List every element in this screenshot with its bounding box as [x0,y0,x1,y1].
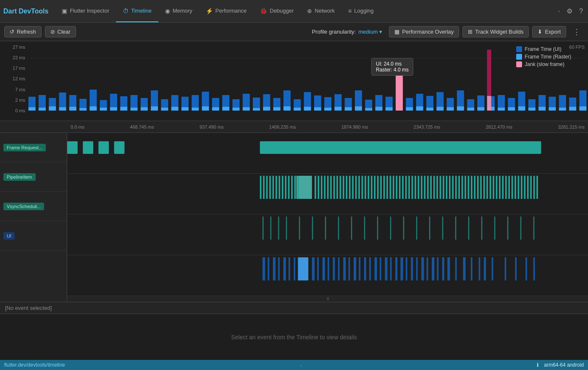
more-dots-button[interactable]: · [556,6,562,17]
svg-rect-35 [202,106,209,111]
profile-granularity-value: medium [358,29,378,35]
svg-rect-190 [496,176,498,199]
ruler-mark-0: 0.0 ms [71,124,84,130]
performance-overlay-label: Performance Overlay [402,29,454,35]
legend-jank-color [516,61,522,67]
svg-rect-246 [369,257,371,280]
track-label-ui-text: UI [3,232,15,240]
device-label: arm64-64 android [544,362,584,368]
svg-rect-145 [355,176,357,199]
svg-rect-269 [515,257,517,280]
svg-rect-103 [549,97,556,107]
svg-rect-213 [364,217,365,240]
svg-rect-222 [481,217,482,240]
export-button[interactable]: ⬇ Export [532,26,566,37]
svg-rect-169 [430,176,432,199]
track-row-pipeline-item[interactable] [67,174,588,214]
svg-rect-110 [487,50,491,96]
svg-rect-123 [273,176,274,199]
svg-rect-165 [418,176,420,199]
svg-rect-64 [345,98,352,107]
tab-debugger[interactable]: 🐞 Debugger [253,0,300,22]
svg-rect-234 [298,257,308,280]
tab-logging[interactable]: ≡ Logging [341,0,380,22]
bottom-link[interactable]: flutter.dev/devtools/timeline [4,362,65,368]
svg-rect-185 [480,176,482,199]
performance-overlay-button[interactable]: ▦ Performance Overlay [389,26,459,37]
profile-granularity-dropdown[interactable]: medium ▾ [358,29,382,35]
track-row-frame-request[interactable] [67,133,588,174]
svg-rect-74 [406,107,413,111]
svg-rect-244 [359,257,360,280]
track-row-ui[interactable] [67,255,588,296]
help-button[interactable]: ? [578,6,585,17]
svg-rect-111 [487,96,491,111]
chart-area: 27 ms 22 ms 17 ms 12 ms 7 ms 2 ms 0 ms 6… [0,41,588,121]
svg-rect-206 [278,217,279,240]
svg-rect-102 [549,107,556,111]
svg-rect-239 [333,257,335,280]
svg-rect-253 [406,257,407,280]
svg-rect-38 [212,98,219,107]
track-label-pipeline-item: PipelineItem [0,162,67,192]
svg-rect-75 [406,98,413,107]
svg-rect-228 [268,257,269,280]
track-content[interactable]: ⠿ [67,133,588,302]
svg-rect-205 [270,217,271,240]
svg-rect-147 [362,176,363,199]
svg-rect-69 [375,107,383,111]
svg-rect-126 [282,176,284,199]
svg-rect-191 [499,176,501,199]
svg-rect-197 [518,176,520,199]
tab-timeline-label: Timeline [131,8,152,14]
svg-rect-79 [426,96,433,108]
svg-rect-139 [336,176,338,199]
svg-rect-135 [324,176,326,199]
svg-rect-167 [424,176,425,199]
more-options-button[interactable]: ⋮ [570,26,584,38]
svg-rect-83 [447,98,454,107]
svg-rect-99 [528,99,536,108]
svg-rect-176 [452,176,454,199]
refresh-button[interactable]: ↺ Refresh [4,26,42,37]
settings-button[interactable]: ⚙ [565,5,574,17]
tab-timeline[interactable]: ⏱ Timeline [116,0,158,22]
legend-ui-color [516,46,522,52]
ruler-mark-4: 1874.980 ms [341,124,368,130]
tab-memory[interactable]: ◉ Memory [158,0,199,22]
chevron-down-icon: ▾ [379,29,382,35]
svg-rect-266 [484,257,486,280]
track-row-vsync[interactable] [67,214,588,255]
svg-rect-209 [312,217,313,240]
svg-rect-65 [355,106,362,111]
legend-ui: Frame Time (UI) [516,46,571,52]
svg-rect-12 [79,99,87,108]
svg-rect-86 [467,108,474,111]
svg-rect-59 [324,108,331,111]
svg-rect-29 [171,107,178,111]
svg-rect-121 [266,176,268,199]
svg-rect-184 [477,176,479,199]
tab-performance[interactable]: ⚡ Performance [199,0,253,22]
svg-rect-84 [457,106,464,111]
svg-rect-198 [521,176,522,199]
svg-rect-220 [455,217,456,240]
svg-rect-45 [253,108,260,111]
track-widget-builds-button[interactable]: ⊞ Track Widget Builds [462,26,529,37]
clear-button[interactable]: ⊘ Clear [45,26,76,37]
svg-rect-236 [317,257,319,280]
tab-flutter-inspector[interactable]: ▣ Flutter Inspector [55,0,116,22]
svg-rect-249 [385,257,387,280]
timeline-icon: ⏱ [123,8,129,14]
svg-rect-43 [243,107,250,111]
svg-rect-143 [349,176,351,199]
svg-rect-186 [483,176,485,199]
svg-rect-52 [284,90,291,106]
svg-rect-9 [69,107,76,111]
tab-network[interactable]: ⊕ Network [300,0,341,22]
svg-rect-133 [318,176,319,199]
svg-rect-60 [324,97,331,108]
svg-rect-58 [314,95,321,107]
scroll-handle[interactable]: ⠿ [67,296,588,302]
export-icon: ⬇ [538,29,542,35]
